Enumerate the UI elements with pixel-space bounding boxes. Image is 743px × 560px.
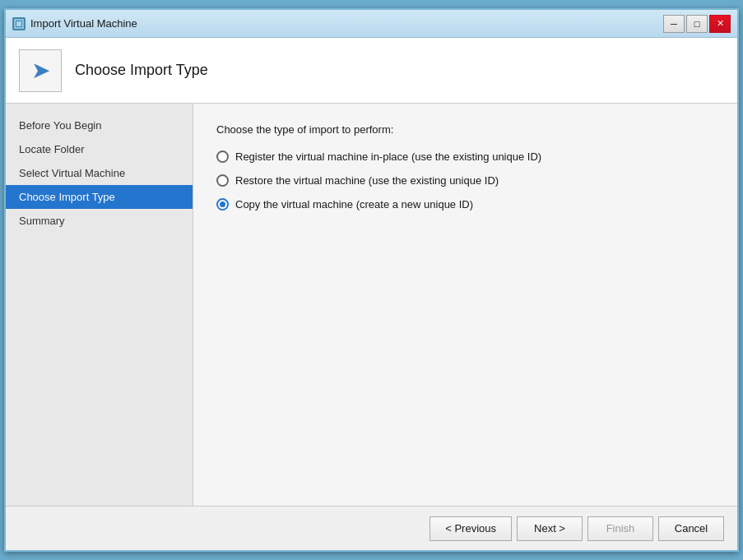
import-virtual-machine-window: Import Virtual Machine ─ □ ✕ ➤ Choose Im… xyxy=(4,8,739,552)
header-section: ➤ Choose Import Type xyxy=(6,38,737,104)
radio-dot-copy xyxy=(220,201,225,207)
title-bar-controls: ─ □ ✕ xyxy=(663,15,731,33)
radio-label-copy: Copy the virtual machine (create a new u… xyxy=(235,198,473,211)
next-button[interactable]: Next > xyxy=(517,516,583,541)
finish-button[interactable]: Finish xyxy=(587,516,653,541)
import-arrow-icon: ➤ xyxy=(31,57,50,84)
title-bar-left: Import Virtual Machine xyxy=(12,17,137,30)
radio-input-register[interactable] xyxy=(216,150,229,163)
minimize-button[interactable]: ─ xyxy=(663,15,685,33)
cancel-button[interactable]: Cancel xyxy=(658,516,724,541)
window-title: Import Virtual Machine xyxy=(30,17,137,30)
sidebar: Before You Begin Locate Folder Select Vi… xyxy=(6,104,193,506)
radio-input-restore[interactable] xyxy=(216,174,229,187)
radio-input-copy[interactable] xyxy=(216,198,229,211)
main-content: Before You Begin Locate Folder Select Vi… xyxy=(6,104,737,506)
radio-item-restore[interactable]: Restore the virtual machine (use the exi… xyxy=(216,174,714,187)
title-bar: Import Virtual Machine ─ □ ✕ xyxy=(6,10,737,38)
header-title: Choose Import Type xyxy=(75,62,208,79)
svg-rect-1 xyxy=(16,21,21,26)
sidebar-item-before-you-begin[interactable]: Before You Begin xyxy=(6,113,193,137)
sidebar-item-summary[interactable]: Summary xyxy=(6,209,193,233)
radio-label-restore: Restore the virtual machine (use the exi… xyxy=(235,174,499,187)
window-icon xyxy=(12,17,26,30)
previous-button[interactable]: < Previous xyxy=(430,516,512,541)
header-icon-box: ➤ xyxy=(19,49,62,92)
maximize-button[interactable]: □ xyxy=(686,15,708,33)
radio-item-copy[interactable]: Copy the virtual machine (create a new u… xyxy=(216,198,714,211)
close-button[interactable]: ✕ xyxy=(709,15,731,33)
footer: < Previous Next > Finish Cancel xyxy=(6,506,737,550)
sidebar-item-select-virtual-machine[interactable]: Select Virtual Machine xyxy=(6,161,193,185)
radio-item-register[interactable]: Register the virtual machine in-place (u… xyxy=(216,150,714,163)
sidebar-item-choose-import-type[interactable]: Choose Import Type xyxy=(6,185,193,209)
radio-group: Register the virtual machine in-place (u… xyxy=(216,150,714,211)
content-description: Choose the type of import to perform: xyxy=(216,123,714,136)
sidebar-item-locate-folder[interactable]: Locate Folder xyxy=(6,137,193,161)
content-area: Choose the type of import to perform: Re… xyxy=(193,104,737,506)
radio-label-register: Register the virtual machine in-place (u… xyxy=(235,150,541,163)
